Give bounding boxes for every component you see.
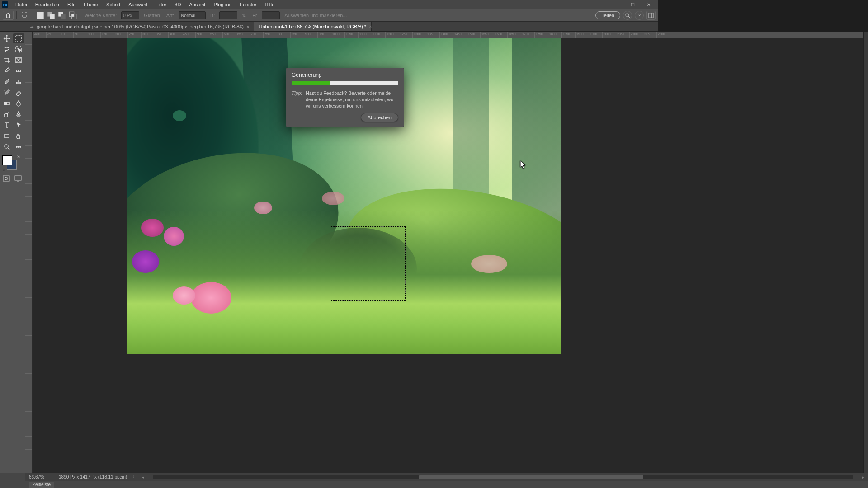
- menu-plugins[interactable]: Plug-ins: [210, 1, 235, 8]
- menu-fenster[interactable]: Fenster: [236, 1, 260, 8]
- select-and-mask-button[interactable]: Auswählen und maskieren...: [283, 13, 349, 18]
- antialias-checkbox-label[interactable]: Glätten: [142, 13, 161, 18]
- menu-hilfe[interactable]: Hilfe: [261, 1, 278, 8]
- color-chips[interactable]: ⤭ ◾▫: [1, 155, 23, 173]
- dialog-title: Generierung: [286, 68, 404, 81]
- width-input[interactable]: [219, 11, 237, 19]
- svg-point-33: [5, 177, 8, 180]
- current-tool-icon[interactable]: [19, 11, 30, 20]
- pen-tool[interactable]: [13, 109, 24, 119]
- frame-tool[interactable]: [13, 55, 24, 65]
- edit-toolbar-icon[interactable]: [13, 142, 24, 152]
- svg-rect-32: [3, 176, 9, 181]
- help-icon[interactable]: ?: [635, 11, 644, 20]
- home-icon[interactable]: [3, 11, 14, 20]
- horizontal-ruler: -400-50100501001502002503003504004505005…: [33, 32, 658, 38]
- spot-heal-tool[interactable]: [13, 66, 24, 76]
- menu-bearbeiten[interactable]: Bearbeiten: [32, 1, 63, 8]
- ruler-tick: 850: [290, 32, 297, 38]
- hand-tool[interactable]: [13, 131, 24, 141]
- canvas-area[interactable]: -400-50100501001502002503003504004505005…: [33, 32, 658, 369]
- history-brush-tool[interactable]: [1, 88, 12, 98]
- menu-3d[interactable]: 3D: [171, 1, 184, 8]
- svg-rect-13: [16, 36, 21, 41]
- clone-stamp-tool[interactable]: [13, 77, 24, 87]
- brush-tool[interactable]: [1, 77, 12, 87]
- window-maximize-icon[interactable]: ☐: [625, 0, 640, 9]
- ruler-tick: 2200: [656, 32, 658, 38]
- rectangle-tool[interactable]: [1, 131, 12, 141]
- ruler-tick: 1700: [521, 32, 529, 38]
- selection-new-icon[interactable]: [36, 11, 44, 19]
- svg-rect-8: [71, 14, 74, 16]
- window-close-icon[interactable]: ✕: [641, 0, 656, 9]
- close-tab-icon[interactable]: ×: [369, 24, 372, 29]
- ruler-tick: 550: [209, 32, 216, 38]
- style-dropdown[interactable]: Normal: [179, 11, 206, 19]
- selection-subtract-icon[interactable]: [58, 11, 66, 19]
- menu-auswahl[interactable]: Auswahl: [125, 1, 151, 8]
- ruler-tick: 1600: [494, 32, 502, 38]
- svg-point-23: [4, 113, 8, 117]
- ruler-tick: 250: [127, 32, 134, 38]
- ruler-tick: 1950: [589, 32, 597, 38]
- svg-line-24: [7, 112, 9, 114]
- ruler-tick: 50: [73, 32, 78, 38]
- width-label: B:: [208, 13, 217, 18]
- svg-point-25: [18, 114, 19, 115]
- ruler-tick: 1200: [385, 32, 394, 38]
- search-icon[interactable]: [623, 11, 632, 20]
- ruler-tick: 200: [114, 32, 121, 38]
- link-wh-icon[interactable]: ⇅: [240, 13, 248, 19]
- svg-rect-0: [22, 13, 27, 17]
- ruler-tick: 650: [236, 32, 243, 38]
- tip-label: Tipp:: [292, 90, 302, 109]
- cancel-button[interactable]: Abbrechen: [361, 113, 398, 122]
- object-select-tool[interactable]: [13, 44, 24, 54]
- window-minimize-icon[interactable]: ─: [609, 0, 624, 9]
- height-input[interactable]: [262, 11, 280, 19]
- blur-tool[interactable]: [13, 99, 24, 108]
- close-tab-icon[interactable]: ×: [246, 24, 249, 29]
- swap-colors-icon[interactable]: ⤭: [17, 155, 20, 159]
- share-button[interactable]: Teilen: [595, 11, 620, 19]
- zoom-tool[interactable]: [1, 142, 12, 152]
- document-tab-active[interactable]: Unbenannt-1 bei 66,7% (Märchenwald, RGB/…: [254, 22, 372, 31]
- menu-ansicht[interactable]: Ansicht: [185, 1, 209, 8]
- menu-ebene[interactable]: Ebene: [80, 1, 102, 8]
- foreground-color-chip[interactable]: [2, 155, 12, 165]
- eraser-tool[interactable]: [13, 88, 24, 98]
- menu-datei[interactable]: Datei: [12, 1, 31, 8]
- app-logo: Ps: [2, 1, 8, 8]
- screen-mode-icon[interactable]: [13, 174, 23, 183]
- ruler-tick: 450: [182, 32, 189, 38]
- selection-add-icon[interactable]: [47, 11, 55, 19]
- workspace-icon[interactable]: [646, 11, 656, 20]
- path-select-tool[interactable]: [13, 120, 24, 130]
- selection-marquee[interactable]: [331, 226, 406, 301]
- ruler-tick: 1050: [344, 32, 353, 38]
- ruler-tick: 2150: [643, 32, 651, 38]
- menu-schrift[interactable]: Schrift: [103, 1, 124, 8]
- ruler-tick: 600: [222, 32, 229, 38]
- feather-input[interactable]: 0 Px: [121, 11, 139, 19]
- selection-intersect-icon[interactable]: [69, 11, 77, 19]
- move-tool[interactable]: [1, 33, 12, 43]
- dodge-tool[interactable]: [1, 109, 12, 119]
- eyedropper-tool[interactable]: [1, 66, 12, 76]
- marquee-tool[interactable]: [13, 33, 24, 43]
- lasso-tool[interactable]: [1, 44, 12, 54]
- default-colors-icon[interactable]: ◾▫: [1, 169, 7, 173]
- ruler-tick: 1400: [439, 32, 448, 38]
- gradient-tool[interactable]: [1, 99, 12, 108]
- svg-point-31: [20, 146, 21, 147]
- menu-bild[interactable]: Bild: [64, 1, 79, 8]
- document-tab[interactable]: ☁ google bard und chatgpt.psdc bei 100% …: [25, 22, 142, 31]
- crop-tool[interactable]: [1, 55, 12, 65]
- quick-mask-icon[interactable]: [1, 174, 11, 183]
- ruler-tick: 350: [155, 32, 161, 38]
- menu-filter[interactable]: Filter: [152, 1, 170, 8]
- type-tool[interactable]: [1, 120, 12, 130]
- svg-line-10: [628, 16, 630, 18]
- document-tab[interactable]: Pasta_03_4000px.jpeg bei 16,7% (RGB/8#) …: [142, 22, 254, 31]
